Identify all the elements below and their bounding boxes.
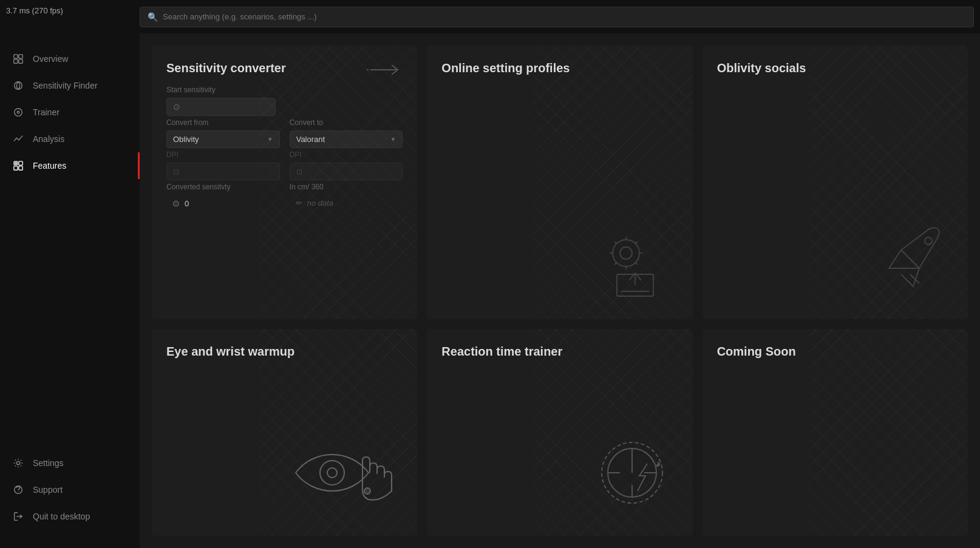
converter-icon bbox=[366, 58, 403, 84]
svg-point-11 bbox=[16, 461, 19, 464]
svg-rect-3 bbox=[19, 59, 22, 63]
sidebar-item-settings[interactable]: Settings bbox=[0, 450, 140, 476]
chevron-down-icon-2: ▼ bbox=[390, 136, 396, 143]
convert-to-select-wrap[interactable]: Valorant Oblivity CS2 Overwatch ▼ bbox=[290, 130, 403, 148]
converted-value: 0 bbox=[185, 199, 189, 208]
fps-label: 3.7 ms (270 fps) bbox=[6, 6, 63, 15]
converted-val-wrap: ⊙ 0 bbox=[166, 195, 280, 212]
svg-point-33 bbox=[364, 488, 370, 494]
dpi-right-wrap[interactable]: ⊡ bbox=[290, 163, 403, 180]
converted-col: Converted sensitvty ⊙ 0 bbox=[166, 183, 280, 212]
svg-line-24 bbox=[635, 242, 638, 244]
svg-rect-8 bbox=[19, 161, 22, 165]
sidebar-item-features[interactable]: Features bbox=[0, 152, 140, 179]
profiles-icon bbox=[590, 220, 675, 301]
settings-icon bbox=[12, 457, 24, 469]
convert-to-label: Convert to bbox=[290, 118, 403, 127]
convert-to-select[interactable]: Valorant Oblivity CS2 Overwatch bbox=[296, 135, 387, 144]
chevron-down-icon: ▼ bbox=[267, 136, 273, 143]
analysis-icon bbox=[12, 133, 24, 145]
reaction-icon bbox=[590, 430, 675, 518]
warmup-icon bbox=[290, 430, 399, 518]
sidebar-item-support[interactable]: Support bbox=[0, 476, 140, 503]
content-grid: Sensitivity converter Start sensitivity … bbox=[140, 33, 980, 548]
sidebar-label-overview: Overview bbox=[33, 54, 68, 64]
reaction-title: Reaction time trainer bbox=[441, 343, 678, 359]
sidebar-item-sensitivity[interactable]: Sensitivity Finder bbox=[0, 72, 140, 99]
svg-point-17 bbox=[620, 247, 632, 259]
reaction-card[interactable]: Reaction time trainer bbox=[427, 329, 692, 536]
dpi-left-input[interactable] bbox=[184, 167, 273, 176]
start-sens-label: Start sensitivity bbox=[166, 86, 403, 94]
svg-point-4 bbox=[15, 82, 22, 90]
start-sens-wrap[interactable]: ⊙ bbox=[166, 98, 276, 116]
svg-point-29 bbox=[925, 237, 932, 245]
svg-rect-0 bbox=[14, 55, 18, 58]
svg-point-31 bbox=[320, 461, 344, 485]
incm-col: In cm/ 360 ✏ no data bbox=[290, 183, 403, 212]
svg-rect-2 bbox=[14, 59, 18, 63]
svg-rect-7 bbox=[14, 161, 18, 165]
features-icon bbox=[12, 160, 24, 172]
sidebar-label-analysis: Analysis bbox=[33, 134, 64, 144]
sidebar-label-sensitivity: Sensitivity Finder bbox=[33, 81, 98, 90]
sidebar-label-support: Support bbox=[33, 485, 63, 495]
socials-card[interactable]: Oblivity socials bbox=[703, 46, 968, 319]
warmup-title: Eye and wrist warmup bbox=[166, 343, 403, 359]
svg-point-5 bbox=[15, 109, 22, 117]
socials-title: Oblivity socials bbox=[717, 60, 953, 76]
converted-icon: ⊙ bbox=[172, 198, 180, 208]
incm-val-wrap: ✏ no data bbox=[290, 195, 403, 211]
converted-label: Converted sensitvty bbox=[166, 183, 280, 191]
sidebar-label-settings: Settings bbox=[33, 458, 64, 468]
profiles-card[interactable]: Online setting profiles bbox=[427, 46, 692, 319]
sidebar: Overview Sensitivity Finder Trainer bbox=[0, 33, 140, 548]
sidebar-label-trainer: Trainer bbox=[33, 107, 60, 117]
convert-from-select-wrap[interactable]: Oblivity Valorant CS2 Overwatch ▼ bbox=[166, 130, 280, 148]
coming-title: Coming Soon bbox=[717, 343, 953, 359]
search-bar[interactable]: 🔍 bbox=[140, 7, 974, 27]
support-icon bbox=[12, 484, 24, 496]
coming-card: Coming Soon bbox=[703, 329, 968, 536]
svg-rect-9 bbox=[14, 166, 18, 170]
convert-from-col: Convert from Oblivity Valorant CS2 Overw… bbox=[166, 118, 280, 148]
search-input[interactable] bbox=[163, 12, 966, 21]
pencil-icon: ✏ bbox=[296, 198, 302, 208]
dpi-right-col: DPI ⊡ bbox=[290, 151, 403, 180]
dpi-left-label: DPI bbox=[166, 151, 280, 159]
svg-line-23 bbox=[635, 262, 638, 265]
sidebar-item-analysis[interactable]: Analysis bbox=[0, 126, 140, 152]
dpi-right-input[interactable] bbox=[307, 167, 396, 176]
sidebar-item-trainer[interactable]: Trainer bbox=[0, 99, 140, 126]
start-sens-input[interactable] bbox=[185, 103, 269, 112]
svg-rect-1 bbox=[19, 55, 22, 58]
convert-to-col: Convert to Valorant Oblivity CS2 Overwat… bbox=[290, 118, 403, 148]
quit-icon bbox=[12, 510, 24, 523]
svg-line-22 bbox=[614, 242, 617, 244]
dpi-left-wrap[interactable]: ⊡ bbox=[166, 163, 280, 180]
dpi-right-label: DPI bbox=[290, 151, 403, 159]
sidebar-item-overview[interactable]: Overview bbox=[0, 46, 140, 72]
trainer-icon bbox=[12, 106, 24, 118]
sidebar-label-features: Features bbox=[33, 161, 66, 171]
sidebar-label-quit: Quit to desktop bbox=[33, 512, 90, 521]
svg-line-25 bbox=[614, 262, 617, 265]
warmup-card[interactable]: Eye and wrist warmup bbox=[152, 329, 417, 536]
nodata-label: no data bbox=[307, 198, 333, 208]
svg-point-6 bbox=[17, 111, 19, 113]
svg-point-32 bbox=[327, 468, 337, 478]
dpi-left-icon: ⊡ bbox=[173, 167, 179, 176]
socials-icon bbox=[871, 220, 950, 301]
sens-icon: ⊙ bbox=[173, 102, 180, 112]
dpi-left-col: DPI ⊡ bbox=[166, 151, 280, 180]
convert-from-label: Convert from bbox=[166, 118, 280, 127]
sensitivity-converter-card: Sensitivity converter Start sensitivity … bbox=[152, 46, 417, 319]
search-icon: 🔍 bbox=[148, 12, 158, 22]
svg-rect-10 bbox=[19, 166, 22, 170]
overview-icon bbox=[12, 53, 24, 65]
dpi-right-icon: ⊡ bbox=[296, 167, 302, 176]
sidebar-item-quit[interactable]: Quit to desktop bbox=[0, 503, 140, 530]
sensitivity-icon bbox=[12, 79, 24, 92]
convert-from-select[interactable]: Oblivity Valorant CS2 Overwatch bbox=[173, 135, 264, 144]
incm-label: In cm/ 360 bbox=[290, 183, 403, 191]
